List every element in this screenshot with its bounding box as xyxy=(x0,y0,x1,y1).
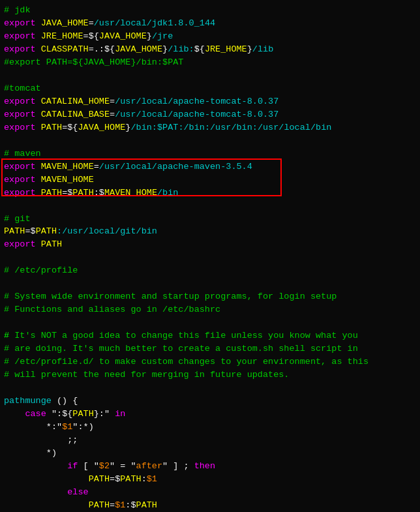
line-5: #export PATH=${JAVA_HOME}/bin:$PAT xyxy=(4,56,416,69)
line-33: *:"$1":*) xyxy=(4,421,416,434)
line-21: # /etc/profile xyxy=(4,264,416,277)
line-19: export PATH xyxy=(4,238,416,251)
line-29: # will prevent the need for merging in f… xyxy=(4,369,416,382)
line-39: PATH=$1:$PATH xyxy=(4,499,416,512)
line-13: export MAVEN_HOME=/usr/local/apache-mave… xyxy=(4,160,416,173)
line-24: # Functions and aliases go in /etc/bashr… xyxy=(4,303,416,316)
line-10: export PATH=${JAVA_HOME}/bin:$PAT:/bin:/… xyxy=(4,121,416,134)
line-27: # are doing. It's much better to create … xyxy=(4,342,416,355)
line-23: # System wide environment and startup pr… xyxy=(4,290,416,303)
line-26: # It's NOT a good idea to change this fi… xyxy=(4,329,416,342)
line-32: case ":${PATH}:" in xyxy=(4,408,416,421)
line-7: #tomcat xyxy=(4,82,416,95)
line-36: if [ "$2" = "after" ] ; then xyxy=(4,460,416,473)
line-16 xyxy=(4,200,416,213)
line-11 xyxy=(4,134,416,147)
line-3: export JRE_HOME=${JAVA_HOME}/jre xyxy=(4,30,416,43)
line-4: export CLASSPATH=.:${JAVA_HOME}/lib:${JR… xyxy=(4,43,416,56)
line-35: *) xyxy=(4,447,416,460)
line-2: export JAVA_HOME=/usr/local/jdk1.8.0_144 xyxy=(4,17,416,30)
line-6 xyxy=(4,69,416,82)
line-17: # git xyxy=(4,213,416,226)
line-31: pathmunge () { xyxy=(4,395,416,408)
line-20 xyxy=(4,251,416,264)
line-30 xyxy=(4,382,416,395)
line-25 xyxy=(4,316,416,329)
line-28: # /etc/profile.d/ to make custom changes… xyxy=(4,355,416,369)
line-9: export CATALINA_BASE=/usr/local/apache-t… xyxy=(4,108,416,121)
line-22 xyxy=(4,277,416,290)
code-editor: # jdk export JAVA_HOME=/usr/local/jdk1.8… xyxy=(0,0,420,512)
line-15: export PATH=$PATH:$MAVEN_HOME/bin xyxy=(4,187,416,200)
line-14: export MAVEN_HOME xyxy=(4,173,416,187)
line-37: PATH=$PATH:$1 xyxy=(4,473,416,486)
line-34: ;; xyxy=(4,434,416,447)
line-18: PATH=$PATH:/usr/local/git/bin xyxy=(4,225,416,238)
line-12: # maven xyxy=(4,147,416,160)
line-8: export CATALINA_HOME=/usr/local/apache-t… xyxy=(4,95,416,108)
line-1: # jdk xyxy=(4,4,416,17)
line-38: else xyxy=(4,486,416,499)
